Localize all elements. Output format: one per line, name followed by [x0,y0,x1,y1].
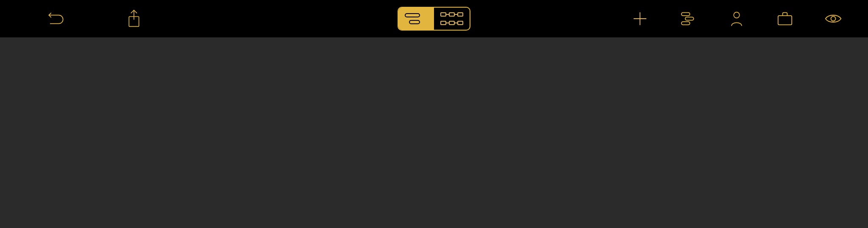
view-mode-segmented[interactable] [398,0,470,37]
svg-rect-16 [685,17,694,20]
svg-rect-6 [441,21,446,25]
canvas[interactable] [0,37,868,228]
share-icon[interactable] [125,9,143,28]
person-icon[interactable] [727,9,746,28]
svg-rect-1 [405,14,420,17]
svg-rect-2 [409,20,420,24]
svg-rect-5 [458,13,463,16]
toolbar-right [631,9,868,28]
svg-rect-17 [682,22,690,25]
plus-icon[interactable] [631,9,649,28]
eye-icon[interactable] [824,9,843,28]
svg-rect-3 [441,13,446,16]
toolbar [0,0,868,37]
levels-icon[interactable] [679,9,698,28]
svg-rect-8 [458,21,463,25]
briefcase-icon[interactable] [776,9,794,28]
svg-rect-4 [449,13,454,16]
toolbar-left [0,9,143,28]
svg-point-20 [831,17,836,21]
svg-rect-15 [682,13,690,16]
view-mode-gantt[interactable] [398,8,434,30]
svg-point-18 [734,12,740,18]
view-mode-network[interactable] [434,8,470,30]
svg-rect-7 [449,21,454,25]
undo-icon[interactable] [47,9,65,28]
svg-rect-19 [778,16,792,25]
